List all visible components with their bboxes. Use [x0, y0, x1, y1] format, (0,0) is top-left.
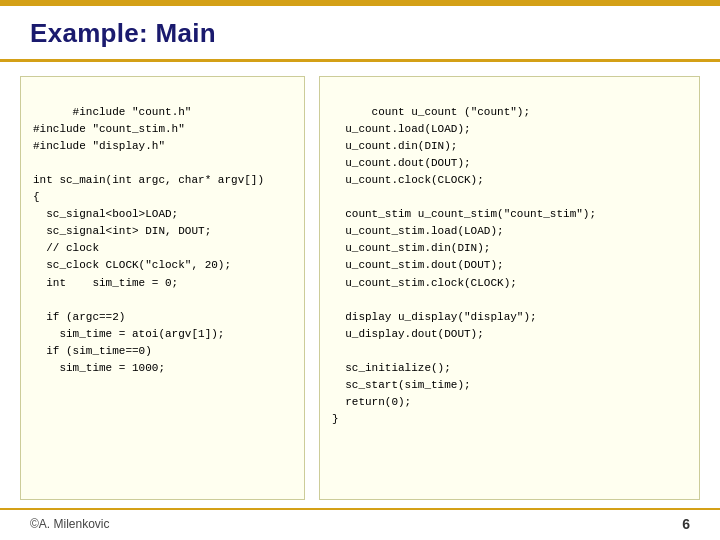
code-left-text: #include "count.h" #include "count_stim.…: [33, 106, 264, 374]
footer-page: 6: [682, 516, 690, 532]
title-area: Example: Main: [0, 6, 720, 59]
footer-credit: ©A. Milenkovic: [30, 517, 110, 531]
code-panel-left: #include "count.h" #include "count_stim.…: [20, 76, 305, 500]
slide-title: Example: Main: [30, 18, 216, 48]
code-right-text: count u_count ("count"); u_count.load(LO…: [332, 106, 596, 425]
slide: Example: Main #include "count.h" #includ…: [0, 0, 720, 540]
content-area: #include "count.h" #include "count_stim.…: [0, 62, 720, 508]
code-panel-right: count u_count ("count"); u_count.load(LO…: [319, 76, 700, 500]
footer: ©A. Milenkovic 6: [0, 508, 720, 540]
